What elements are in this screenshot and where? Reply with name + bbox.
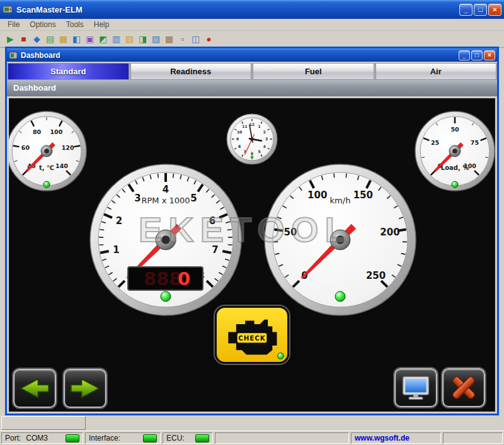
status-end-cell [443, 432, 503, 444]
prev-button[interactable] [13, 369, 56, 408]
reset-icon[interactable]: ◆ [30, 31, 43, 47]
port-status-lamp [66, 434, 79, 442]
svg-text:50: 50 [284, 227, 297, 238]
svg-text:80: 80 [33, 128, 42, 135]
arrow-right-icon [69, 376, 101, 400]
live-data-icon[interactable]: ◧ [70, 31, 83, 47]
vehicle-info-icon[interactable]: ▨ [123, 31, 136, 47]
read-codes-icon[interactable]: ▤ [43, 31, 57, 47]
close-button[interactable]: × [488, 4, 501, 16]
dashboard-titlebar[interactable]: Dashboard _ □ × [7, 48, 497, 62]
docked-panel-tab[interactable] [1, 416, 86, 430]
website-cell: www.wgsoft.de [351, 432, 441, 444]
ecu-label: ECU: [166, 434, 185, 442]
svg-text:7: 7 [212, 244, 218, 256]
svg-text:km/h: km/h [330, 196, 351, 205]
display-button[interactable] [394, 368, 437, 407]
svg-text:9: 9 [236, 137, 239, 141]
check-led [277, 352, 284, 359]
svg-text:4: 4 [163, 184, 169, 195]
svg-text:11: 11 [242, 124, 247, 128]
dashboard-window: Dashboard _ □ × Standard Readiness Fuel … [5, 47, 499, 415]
monitor-test-icon[interactable]: ▥ [110, 31, 123, 47]
menu-help[interactable]: Help [89, 20, 115, 30]
dashboard-gauges: 406080100120140t, ℃0255075100Load, %0123… [9, 98, 495, 412]
coolant-temp-gauge: 406080100120140t, ℃ [9, 111, 86, 191]
dashboard-minimize-button[interactable]: _ [459, 50, 470, 60]
status-bar: Port: COM3 Interface: ECU: www.wgsoft.de [0, 431, 504, 445]
help-icon[interactable]: ● [202, 31, 215, 47]
menu-bar: File Options Tools Help [0, 19, 504, 31]
dashboard-header-label: Dashboard [13, 83, 56, 93]
svg-text:140: 140 [55, 162, 68, 169]
freeze-frame-icon[interactable]: ▣ [83, 31, 96, 47]
dashboard-header: Dashboard [7, 80, 497, 96]
svg-text:2: 2 [116, 215, 122, 227]
engine-load-gauge: 0255075100Load, % [415, 111, 495, 191]
svg-text:25: 25 [431, 139, 439, 146]
tab-bar: Standard Readiness Fuel Air [7, 63, 497, 80]
svg-text:5: 5 [258, 149, 260, 154]
interface-status-cell: Interface: [85, 432, 161, 444]
status-filler-cell [215, 432, 349, 444]
dashboard-panel: 406080100120140t, ℃0255075100Load, %0123… [9, 98, 495, 412]
svg-text:888: 888 [144, 268, 182, 290]
dashboard-maximize-button[interactable]: □ [471, 50, 483, 60]
tab-standard[interactable]: Standard [8, 63, 129, 80]
connect-icon[interactable]: ▶ [4, 31, 17, 47]
svg-text:2: 2 [263, 130, 266, 134]
window-title: ScanMaster-ELM [16, 5, 458, 14]
svg-text:250: 250 [366, 270, 386, 281]
check-engine-icon: CHECK [223, 313, 281, 357]
arrow-left-icon [18, 376, 51, 400]
svg-text:50: 50 [450, 126, 459, 133]
dashboard-icon[interactable]: ◨ [136, 31, 149, 47]
menu-file[interactable]: File [3, 20, 25, 30]
menu-tools[interactable]: Tools [61, 20, 89, 30]
monitor-icon [399, 375, 432, 401]
minimize-button[interactable]: _ [459, 4, 472, 16]
svg-text:t, ℃: t, ℃ [39, 164, 54, 171]
website-link[interactable]: www.wgsoft.de [355, 434, 410, 442]
log-icon[interactable]: ▩ [163, 31, 176, 47]
main-titlebar[interactable]: ScanMaster-ELM _ □ × [0, 0, 504, 19]
toolbar: ▶■◆▤▦◧▣◩▥▨◨▧▩▫◫● [0, 31, 504, 48]
scanmaster-window: ScanMaster-ELM _ □ × File Options Tools … [0, 0, 504, 445]
interface-status-lamp [143, 434, 157, 442]
svg-text:5: 5 [190, 193, 197, 204]
rpm-gauge: 012345678RPM x 1000 [90, 164, 241, 315]
svg-text:100: 100 [50, 128, 63, 135]
svg-text:RPM x 1000: RPM x 1000 [141, 196, 190, 205]
port-label: Port: [5, 434, 21, 442]
settings-icon[interactable]: ◫ [189, 31, 202, 47]
svg-text:3: 3 [265, 137, 268, 141]
o2-test-icon[interactable]: ◩ [96, 31, 110, 47]
ecu-status-cell: ECU: [163, 432, 213, 444]
svg-text:100: 100 [307, 189, 327, 201]
svg-text:3: 3 [134, 193, 140, 204]
dashboard-close-button[interactable]: × [484, 50, 495, 60]
svg-text:0: 0 [178, 268, 190, 290]
svg-text:Load, %: Load, % [441, 164, 469, 171]
svg-text:6: 6 [209, 215, 215, 227]
clear-codes-icon[interactable]: ▦ [57, 31, 70, 47]
close-x-icon [447, 375, 480, 401]
svg-text:1: 1 [258, 124, 260, 128]
svg-text:4: 4 [263, 144, 266, 149]
graph-icon[interactable]: ▧ [149, 31, 163, 47]
check-engine-indicator: CHECK [215, 306, 289, 364]
app-icon [3, 5, 13, 14]
disconnect-icon[interactable]: ■ [17, 31, 30, 47]
dashboard-window-icon [9, 52, 18, 59]
port-value: COM3 [26, 434, 48, 442]
exit-button[interactable] [442, 368, 485, 407]
tab-readiness[interactable]: Readiness [130, 63, 252, 80]
next-button[interactable] [64, 369, 106, 408]
dashboard-window-title: Dashboard [21, 51, 457, 60]
print-icon[interactable]: ▫ [176, 31, 189, 47]
maximize-button[interactable]: □ [474, 4, 487, 16]
tab-air[interactable]: Air [375, 63, 497, 80]
menu-options[interactable]: Options [25, 20, 60, 30]
interface-label: Interface: [89, 434, 120, 442]
tab-fuel[interactable]: Fuel [253, 63, 374, 80]
